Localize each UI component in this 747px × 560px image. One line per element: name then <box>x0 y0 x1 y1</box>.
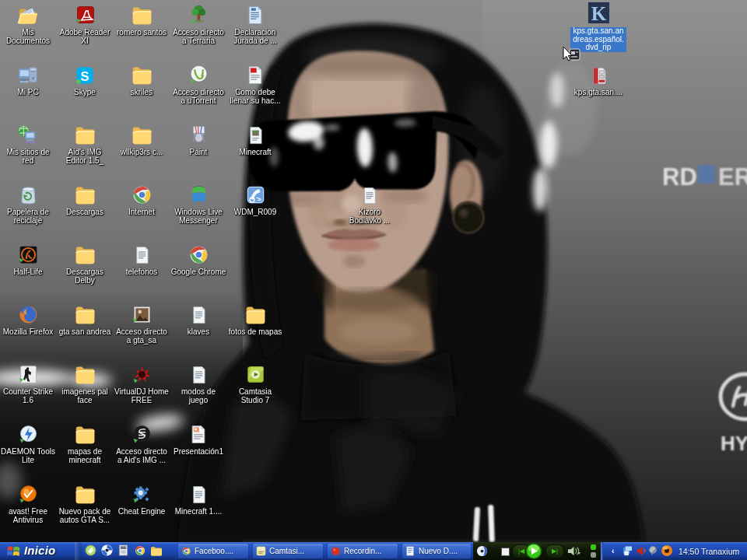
svg-text:HY: HY <box>721 432 747 455</box>
svg-text:RD: RD <box>662 163 697 191</box>
svg-text:ER: ER <box>718 163 747 191</box>
